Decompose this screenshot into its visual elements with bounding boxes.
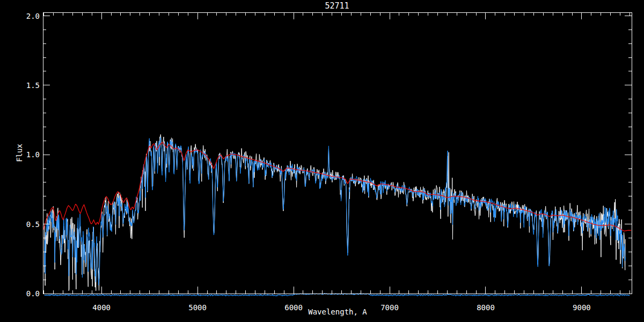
x-tick-label: 6000 <box>284 303 303 312</box>
x-tick-label: 8000 <box>477 303 495 312</box>
x-tick-label: 7000 <box>380 303 399 312</box>
y-axis-label: Flux <box>15 144 24 162</box>
spectrum-plot: 400050006000700080009000 0.00.51.01.52.0… <box>0 0 644 322</box>
y-tick-label: 1.0 <box>26 150 40 159</box>
spectrum-figure: 400050006000700080009000 0.00.51.01.52.0… <box>0 0 644 322</box>
x-tick-label: 5000 <box>188 303 207 312</box>
plot-title: 52711 <box>325 1 349 11</box>
x-axis-label: Wavelength, A <box>308 308 367 316</box>
x-tick-label: 9000 <box>573 303 591 312</box>
y-tick-label: 0.5 <box>26 220 40 229</box>
y-tick-label: 0.0 <box>26 289 40 298</box>
y-tick-label: 1.5 <box>26 81 40 90</box>
y-tick-label: 2.0 <box>26 12 40 20</box>
plot-background <box>0 0 644 322</box>
x-tick-label: 4000 <box>92 303 111 312</box>
